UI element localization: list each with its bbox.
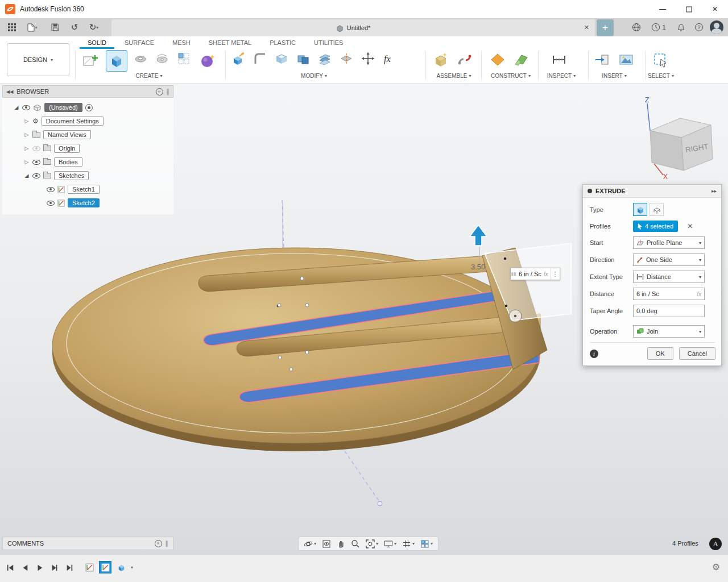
sketch-point[interactable]	[505, 305, 507, 307]
drag-handle-icon[interactable]: ●●●●	[511, 272, 516, 276]
sketch-point[interactable]	[305, 304, 309, 307]
ok-button[interactable]: OK	[647, 347, 673, 360]
visibility-eye-icon[interactable]	[32, 173, 40, 178]
panel-drag-handle-icon[interactable]: ∥	[167, 88, 170, 95]
sketches-label[interactable]: Sketches	[54, 171, 89, 180]
file-menu-icon[interactable]: ▾	[23, 20, 42, 34]
move-copy-icon[interactable]	[359, 50, 377, 67]
save-icon[interactable]	[48, 20, 63, 34]
browser-row-bodies[interactable]: ▷ Bodies	[2, 155, 173, 169]
help-icon[interactable]: ?	[692, 20, 706, 35]
taper-angle-input[interactable]: 0.0 deg	[633, 305, 705, 317]
info-icon[interactable]: i	[590, 350, 598, 358]
sketch-point[interactable]	[289, 368, 293, 371]
tab-mesh[interactable]: MESH	[164, 38, 198, 49]
browser-row-named-views[interactable]: ▷ Named Views	[2, 128, 173, 142]
sketch-point[interactable]	[504, 257, 506, 260]
extensions-globe-icon[interactable]	[629, 20, 644, 35]
joint-icon[interactable]	[455, 50, 474, 69]
extrude-dialog-header[interactable]: EXTRUDE ▸▸	[583, 185, 721, 198]
assemble-group-label[interactable]: ASSEMBLE▾	[431, 73, 477, 79]
more-options-icon[interactable]: ⋮	[551, 268, 560, 280]
viewports-icon[interactable]: ▾	[417, 537, 436, 550]
step-forward-icon[interactable]	[48, 561, 61, 575]
inline-distance-value[interactable]: 6 in / Sc	[516, 271, 544, 277]
sweep-icon[interactable]	[154, 50, 171, 67]
workspace-selector[interactable]: DESIGN ▾	[7, 43, 69, 76]
collapse-panel-icon[interactable]: ◀◀	[6, 89, 13, 94]
inline-distance-input[interactable]: ●●●● 6 in / Sc fx ⋮	[510, 268, 560, 280]
fillet-icon[interactable]	[251, 50, 268, 67]
operation-dropdown[interactable]: Join ▾	[633, 325, 705, 338]
select-icon[interactable]	[651, 50, 670, 69]
maximize-button[interactable]	[676, 0, 702, 18]
create-sketch-icon[interactable]	[80, 50, 101, 72]
minimize-panel-icon[interactable]: –	[156, 88, 163, 95]
extent-type-dropdown[interactable]: Distance ▾	[633, 271, 705, 283]
expand-arrow-icon[interactable]: ▷	[24, 146, 30, 151]
comments-bar[interactable]: COMMENTS + ∥	[2, 537, 173, 550]
named-views-label[interactable]: Named Views	[43, 130, 91, 139]
combine-icon[interactable]	[295, 50, 312, 67]
app-grid-icon[interactable]	[5, 20, 19, 34]
job-status-clock-icon[interactable]: 1	[647, 20, 670, 35]
play-icon[interactable]	[33, 561, 47, 575]
pattern-icon[interactable]	[175, 50, 192, 67]
shell-icon[interactable]	[273, 50, 290, 67]
expand-arrow-icon[interactable]: ▷	[24, 132, 30, 138]
browser-row-sketches[interactable]: ◢ Sketches	[2, 169, 173, 182]
root-component-label[interactable]: (Unsaved)	[44, 103, 82, 112]
insert-derive-icon[interactable]	[593, 50, 612, 69]
redo-icon[interactable]: ↻▾	[84, 20, 104, 34]
pan-icon[interactable]	[334, 537, 348, 550]
sketch-point[interactable]	[278, 356, 282, 359]
timeline-extrude-pending-icon[interactable]	[115, 561, 127, 573]
grid-snap-icon[interactable]: ▾	[399, 537, 417, 550]
browser-header[interactable]: ◀◀ BROWSER – ∥	[2, 85, 173, 98]
origin-label[interactable]: Origin	[54, 144, 80, 153]
canvas-image-icon[interactable]	[617, 50, 636, 69]
tab-utilities[interactable]: UTILITIES	[306, 38, 351, 49]
close-button[interactable]: ✕	[702, 0, 728, 18]
visibility-eye-icon[interactable]	[32, 146, 40, 151]
sketch-point[interactable]	[300, 277, 304, 280]
display-settings-icon[interactable]: ▾	[381, 537, 399, 550]
construction-plane-icon[interactable]	[488, 50, 507, 69]
browser-row-sketch1[interactable]: Sketch1	[2, 182, 173, 196]
minimize-button[interactable]: —	[650, 0, 676, 18]
tab-sheet-metal[interactable]: SHEET METAL	[201, 38, 259, 49]
create-group-label[interactable]: CREATE▾	[80, 73, 218, 79]
document-tab[interactable]: Untitled* ✕	[111, 19, 595, 36]
create-form-icon[interactable]	[197, 50, 218, 72]
extrude-arrow-manipulator[interactable]	[470, 225, 487, 246]
distance-input[interactable]: 6 in / Sc fx	[633, 288, 705, 300]
offset-face-icon[interactable]	[316, 50, 333, 67]
construct-group-label[interactable]: CONSTRUCT▾	[485, 73, 537, 79]
sketch-point[interactable]	[278, 304, 281, 307]
clear-selection-icon[interactable]: ✕	[687, 222, 693, 230]
modify-group-label[interactable]: MODIFY▾	[230, 73, 398, 79]
user-avatar[interactable]	[710, 20, 723, 34]
press-pull-icon[interactable]	[230, 50, 247, 67]
change-parameters-icon[interactable]: fx	[381, 50, 398, 67]
timeline-sketch2-icon[interactable]	[99, 561, 111, 573]
browser-row-sketch2[interactable]: Sketch2	[2, 196, 173, 210]
sketch1-label[interactable]: Sketch1	[68, 185, 100, 194]
visibility-eye-icon[interactable]	[47, 187, 55, 192]
measure-icon[interactable]	[549, 50, 569, 69]
extrude-icon[interactable]	[106, 50, 127, 72]
zoom-icon[interactable]	[348, 537, 363, 550]
step-back-icon[interactable]	[18, 561, 32, 575]
sketch-point[interactable]	[305, 351, 309, 354]
tab-close-icon[interactable]: ✕	[584, 24, 589, 31]
notifications-bell-icon[interactable]	[673, 20, 688, 35]
cancel-button[interactable]: Cancel	[679, 347, 715, 360]
fit-icon[interactable]: ▾	[363, 537, 381, 550]
browser-row-document-settings[interactable]: ▷ ⚙ Document Settings	[2, 114, 173, 128]
extrude-type-button[interactable]	[633, 203, 647, 216]
viewcube[interactable]: Z X RIGHT	[636, 95, 724, 180]
activate-component-radio[interactable]	[85, 104, 93, 111]
browser-row-root[interactable]: ◢ (Unsaved)	[2, 101, 173, 114]
dropdown-caret-icon[interactable]: ▾	[131, 565, 133, 570]
revolve-icon[interactable]	[132, 50, 149, 67]
